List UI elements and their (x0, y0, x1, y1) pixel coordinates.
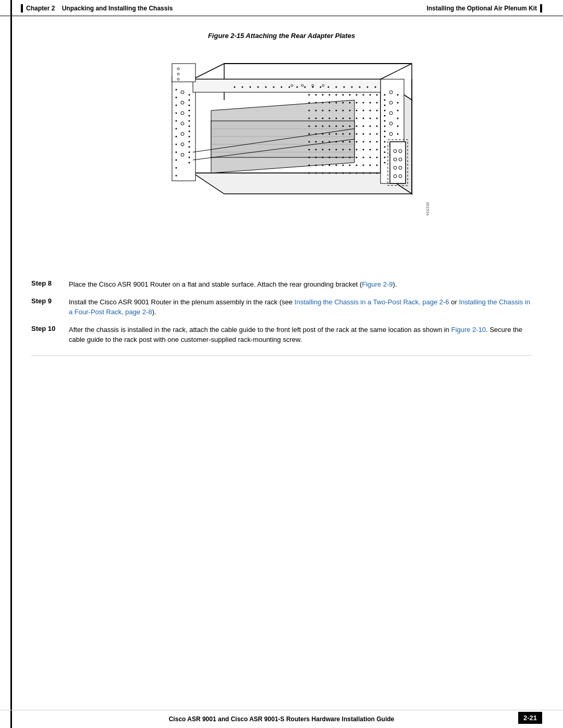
svg-point-212 (322, 157, 324, 158)
svg-point-141 (363, 102, 364, 104)
svg-point-18 (189, 115, 190, 117)
svg-point-101 (397, 126, 399, 127)
svg-point-14 (189, 94, 190, 96)
svg-point-165 (376, 118, 378, 119)
svg-point-194 (349, 141, 351, 143)
svg-point-127 (342, 94, 344, 96)
step-8-link-figure29[interactable]: Figure 2-9 (362, 280, 393, 288)
svg-point-40 (384, 115, 386, 117)
svg-point-161 (349, 118, 351, 119)
svg-point-184 (356, 133, 358, 135)
svg-point-136 (329, 102, 331, 104)
svg-point-143 (376, 102, 378, 104)
svg-point-220 (376, 157, 378, 158)
svg-point-234 (322, 172, 324, 174)
svg-point-46 (384, 146, 386, 148)
step-9-middle: or (449, 298, 459, 306)
svg-point-172 (349, 126, 351, 127)
svg-point-187 (376, 133, 378, 135)
page-number: 2-21 (518, 712, 542, 724)
svg-point-121 (375, 87, 376, 88)
svg-point-140 (356, 102, 358, 104)
svg-point-150 (349, 110, 351, 112)
svg-point-182 (342, 133, 344, 135)
svg-point-124 (322, 94, 324, 96)
svg-point-223 (322, 165, 324, 166)
svg-point-215 (342, 157, 344, 158)
svg-point-39 (384, 110, 386, 112)
svg-point-168 (322, 126, 324, 127)
svg-point-44 (384, 136, 386, 138)
svg-marker-3 (193, 173, 412, 194)
svg-point-91 (176, 136, 177, 138)
svg-point-132 (376, 94, 378, 96)
svg-point-19 (189, 120, 190, 122)
svg-point-238 (349, 172, 351, 174)
svg-point-131 (370, 94, 371, 96)
svg-point-155 (309, 118, 310, 119)
svg-point-138 (342, 102, 344, 104)
header-right: Installing the Optional Air Plenum Kit (426, 4, 542, 13)
svg-point-41 (384, 120, 386, 122)
svg-point-109 (281, 87, 283, 88)
svg-point-93 (176, 152, 177, 153)
svg-point-142 (370, 102, 371, 104)
svg-point-123 (315, 94, 317, 96)
svg-point-159 (336, 118, 337, 119)
step-8-label: Step 8 (31, 279, 63, 290)
svg-point-21 (189, 131, 190, 132)
svg-point-119 (359, 87, 361, 88)
svg-point-90 (176, 128, 177, 130)
svg-point-49 (384, 162, 386, 164)
svg-point-218 (363, 157, 364, 158)
svg-point-48 (384, 157, 386, 158)
svg-point-151 (356, 110, 358, 112)
svg-line-52 (193, 64, 224, 79)
svg-point-180 (329, 133, 331, 135)
svg-point-225 (336, 165, 337, 166)
svg-point-160 (342, 118, 344, 119)
step-9-row: Step 9 Install the Cisco ASR 9001 Router… (31, 297, 532, 317)
svg-point-204 (342, 149, 344, 151)
svg-point-188 (309, 141, 310, 143)
svg-text:361534: 361534 (425, 202, 430, 216)
svg-point-45 (384, 141, 386, 143)
svg-point-163 (363, 118, 364, 119)
svg-point-139 (349, 102, 351, 104)
svg-point-125 (329, 94, 331, 96)
svg-point-193 (342, 141, 344, 143)
svg-point-237 (342, 172, 344, 174)
svg-point-179 (322, 133, 324, 135)
svg-point-89 (176, 120, 177, 122)
svg-point-152 (363, 110, 364, 112)
svg-point-192 (336, 141, 337, 143)
svg-point-213 (329, 157, 331, 158)
svg-point-195 (356, 141, 358, 143)
svg-point-153 (370, 110, 371, 112)
footer-title: Cisco ASR 9001 and Cisco ASR 9001-S Rout… (169, 715, 395, 723)
step-9-link-two-post[interactable]: Installing the Chassis in a Two-Post Rac… (295, 298, 449, 306)
svg-point-185 (363, 133, 364, 135)
svg-point-37 (384, 100, 386, 101)
step-10-row: Step 10 After the chassis is installed i… (31, 325, 532, 345)
svg-point-199 (309, 149, 310, 151)
svg-point-177 (309, 133, 310, 135)
svg-point-196 (363, 141, 364, 143)
figure-area: 361534 (31, 48, 532, 267)
svg-point-27 (189, 162, 190, 164)
steps-section: Step 8 Place the Cisco ASR 9001 Router o… (31, 279, 532, 356)
svg-point-117 (344, 87, 345, 88)
step-9-text-before: Install the Cisco ASR 9001 Router in the… (69, 298, 295, 306)
svg-point-105 (250, 87, 251, 88)
svg-point-221 (309, 165, 310, 166)
svg-point-242 (376, 172, 378, 174)
svg-point-94 (176, 159, 177, 161)
svg-point-42 (384, 126, 386, 127)
svg-point-233 (315, 172, 317, 174)
chapter-number: Chapter 2 (26, 5, 55, 12)
svg-point-210 (309, 157, 310, 158)
step-10-link-figure210[interactable]: Figure 2-10 (451, 326, 485, 334)
svg-point-217 (356, 157, 358, 158)
svg-point-236 (336, 172, 337, 174)
svg-point-181 (336, 133, 337, 135)
